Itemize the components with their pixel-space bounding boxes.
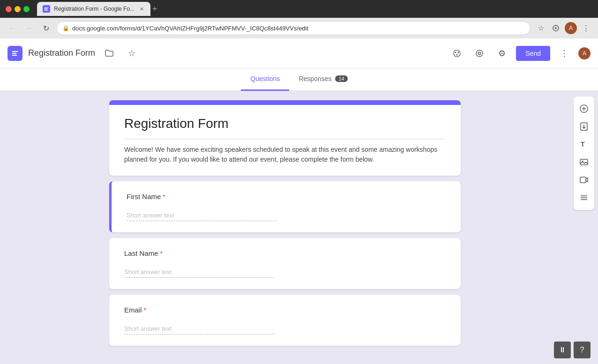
- star-icon[interactable]: ☆: [123, 45, 140, 62]
- add-section-button[interactable]: [576, 189, 592, 206]
- last-name-label: Last Name *: [124, 249, 446, 257]
- bookmark-icon[interactable]: ☆: [534, 22, 547, 35]
- last-name-inner: Last Name *: [109, 238, 461, 289]
- help-button[interactable]: ?: [574, 342, 591, 358]
- responses-badge: 14: [335, 75, 347, 82]
- add-title-button[interactable]: T: [576, 136, 592, 153]
- add-video-button[interactable]: [576, 171, 592, 188]
- minimize-button[interactable]: [15, 6, 21, 12]
- form-tabs-bar: Questions Responses 14: [0, 68, 598, 91]
- extensions-icon[interactable]: [549, 22, 562, 35]
- user-avatar-header[interactable]: A: [578, 47, 591, 59]
- first-name-inner: First Name *: [112, 181, 461, 232]
- tab-bar: Registration Form - Google Fo... ✕ +: [37, 2, 592, 16]
- required-star-email: *: [144, 306, 146, 314]
- app-logo: [7, 46, 22, 61]
- svg-rect-2: [45, 9, 47, 10]
- back-button[interactable]: ←: [6, 22, 19, 35]
- lock-icon: 🔒: [62, 25, 69, 31]
- svg-text:T: T: [581, 141, 585, 148]
- tab-responses[interactable]: Responses 14: [289, 68, 357, 91]
- app-header: Registration Form ☆ ⚙ Send ⋮ A: [0, 38, 598, 68]
- send-button[interactable]: Send: [516, 46, 550, 61]
- maximize-button[interactable]: [23, 6, 30, 12]
- svg-rect-7: [12, 51, 18, 52]
- palette-icon[interactable]: [448, 45, 465, 62]
- svg-rect-25: [580, 177, 586, 183]
- first-name-label: First Name *: [127, 193, 446, 201]
- svg-rect-9: [12, 55, 17, 56]
- tool-card: T: [574, 97, 594, 210]
- navigation-bar: ← → ↻ 🔒 docs.google.com/forms/d/1YCaVhQV…: [0, 18, 598, 38]
- menu-icon[interactable]: ⋮: [579, 22, 592, 35]
- more-options-icon[interactable]: ⋮: [556, 45, 573, 62]
- form-title: Registration Form: [124, 116, 446, 131]
- last-name-card: Last Name *: [109, 238, 461, 289]
- user-avatar: A: [565, 22, 577, 34]
- email-label: Email *: [124, 306, 446, 314]
- add-question-button[interactable]: [576, 100, 592, 117]
- form-header-inner: Registration Form Welcome! We have some …: [109, 105, 461, 176]
- email-card: Email *: [109, 295, 461, 346]
- tab-title: Registration Form - Google Fo...: [54, 6, 135, 12]
- email-input[interactable]: [124, 323, 274, 334]
- settings-icon[interactable]: ⚙: [493, 45, 510, 62]
- form-header-card: Registration Form Welcome! We have some …: [109, 100, 461, 176]
- last-name-input[interactable]: [124, 267, 274, 278]
- form-description: Welcome! We have some exciting speakers …: [124, 145, 446, 164]
- form-area: Registration Form Welcome! We have some …: [0, 91, 570, 364]
- pause-button[interactable]: ⏸: [554, 342, 571, 358]
- profile-icon[interactable]: A: [564, 22, 577, 35]
- svg-point-12: [458, 52, 459, 53]
- svg-point-11: [455, 52, 456, 53]
- close-button[interactable]: [6, 6, 12, 12]
- url-bar[interactable]: 🔒 docs.google.com/forms/d/1YCaVhQVAhIZHF…: [56, 21, 531, 35]
- sidebar-tools: T: [570, 91, 598, 364]
- active-tab[interactable]: Registration Form - Google Fo... ✕: [37, 2, 150, 16]
- app-title: Registration Form: [28, 48, 95, 58]
- bottom-bar: ⏸ ?: [554, 342, 591, 358]
- add-image-button[interactable]: [576, 154, 592, 171]
- svg-rect-1: [45, 7, 48, 8]
- svg-rect-8: [12, 53, 16, 54]
- forward-button[interactable]: →: [22, 22, 36, 35]
- import-questions-button[interactable]: [576, 118, 592, 135]
- svg-point-5: [555, 27, 557, 29]
- first-name-card: First Name *: [109, 181, 461, 232]
- reload-button[interactable]: ↻: [39, 22, 52, 35]
- tab-favicon: [43, 5, 50, 13]
- svg-rect-3: [45, 10, 48, 11]
- email-inner: Email *: [109, 295, 461, 346]
- main-content: Registration Form Welcome! We have some …: [0, 91, 598, 364]
- preview-icon[interactable]: [471, 45, 488, 62]
- form-divider: [124, 139, 446, 139]
- new-tab-button[interactable]: +: [152, 4, 157, 14]
- required-star-last: *: [160, 250, 163, 257]
- url-text: docs.google.com/forms/d/1YCaVhQVAhIZHFrg…: [72, 25, 308, 32]
- svg-point-16: [479, 53, 480, 54]
- folder-icon[interactable]: [101, 45, 118, 62]
- tab-questions[interactable]: Questions: [241, 68, 289, 91]
- traffic-lights: [6, 6, 30, 12]
- required-star-first: *: [163, 193, 165, 201]
- svg-point-10: [454, 50, 460, 57]
- tab-close-icon[interactable]: ✕: [138, 6, 145, 12]
- first-name-input[interactable]: [127, 210, 277, 221]
- svg-point-13: [456, 54, 458, 55]
- title-bar: Registration Form - Google Fo... ✕ +: [0, 0, 598, 18]
- svg-rect-23: [580, 159, 588, 165]
- nav-icons: ☆ A ⋮: [534, 22, 592, 35]
